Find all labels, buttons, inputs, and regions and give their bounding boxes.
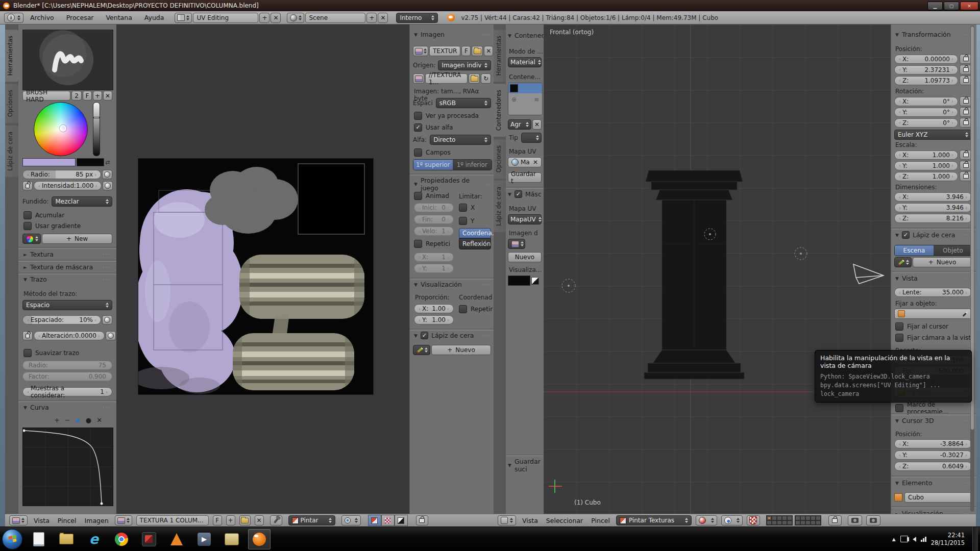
viewport-3d[interactable]: Frontal (ortog) (1) Cubo: [544, 24, 891, 514]
view-as-render-checkbox[interactable]: [414, 112, 422, 120]
field-upper-button[interactable]: 1º superior: [413, 160, 453, 170]
uv-image-editor[interactable]: [116, 24, 409, 514]
header-unlink-image-button[interactable]: ✕: [255, 515, 264, 525]
spacing-slider[interactable]: ‹Espaciado: 10%›: [22, 315, 101, 324]
scene-field[interactable]: Scene: [305, 13, 365, 23]
aspect-x-field[interactable]: ‹X: 1.00›: [414, 304, 454, 313]
smooth-stroke-checkbox[interactable]: [23, 349, 32, 357]
add-layout-button[interactable]: +: [259, 13, 270, 23]
taskbar-app-media-player[interactable]: ▶: [193, 529, 215, 549]
stencil-color-swatch[interactable]: [508, 276, 530, 286]
cursor-panel-header[interactable]: ▼ Cursor 3D····: [895, 417, 970, 424]
location-y-field[interactable]: ‹Y:2.37231›: [894, 65, 958, 74]
speaker-icon[interactable]: [913, 537, 916, 542]
brush-strength-slider[interactable]: ‹Intensidad: 1.000›: [34, 181, 102, 190]
transform-panel-header[interactable]: ▼ Transformación····: [895, 31, 970, 38]
swap-colors-icon[interactable]: ⇄: [105, 159, 110, 166]
image-datablock-icon-button[interactable]: [413, 46, 428, 56]
invert-stencil-icon[interactable]: [531, 277, 539, 285]
show-desktop-button[interactable]: [972, 527, 978, 551]
brush-users-button[interactable]: 2: [71, 91, 82, 101]
add-brush-button[interactable]: +: [93, 91, 102, 101]
screen-layout-field[interactable]: UV Editing: [193, 13, 258, 23]
layer-grid-2[interactable]: [795, 515, 821, 525]
jitter-pressure-toggle[interactable]: [106, 331, 116, 340]
start-button[interactable]: [2, 529, 22, 549]
interaction-mode-select[interactable]: Pintar Texturas: [616, 515, 692, 525]
blend-mode-select[interactable]: Mezclar: [52, 196, 112, 207]
menu-ventana[interactable]: Ventana: [100, 14, 137, 21]
smooth-radius-slider[interactable]: Radio: 75: [22, 361, 112, 370]
network-icon[interactable]: [921, 537, 926, 542]
display-panel-header[interactable]: ▼ Visualización····: [414, 281, 491, 288]
spacing-pressure-toggle[interactable]: [102, 315, 112, 324]
display-panel-header-3d[interactable]: ► Visualización····: [895, 510, 970, 514]
texture-panel-header[interactable]: ► Textura····: [23, 251, 111, 258]
anim-start-field[interactable]: ‹Inici: 0›: [414, 203, 454, 212]
uv-menu-vista[interactable]: Vista: [32, 517, 52, 524]
uv-map-field[interactable]: Ma ✕: [508, 157, 542, 167]
add-scene-button[interactable]: +: [366, 13, 377, 23]
taskbar-app-document[interactable]: [28, 529, 50, 549]
scale-y-field[interactable]: ‹Y:1.000›: [894, 161, 958, 170]
lock-to-scene-button[interactable]: [828, 515, 842, 525]
anim-end-field[interactable]: ‹Fin: 0›: [414, 215, 454, 224]
pivot-dropdown[interactable]: [341, 515, 361, 525]
stroke-method-select[interactable]: Espacio: [22, 300, 112, 310]
secondary-color-swatch[interactable]: [77, 158, 104, 166]
input-samples-field[interactable]: ‹Muestras a considerar: 1›: [22, 387, 112, 396]
maximize-button[interactable]: ▢: [944, 2, 959, 10]
menu-ayuda[interactable]: Ayuda: [139, 14, 170, 21]
eyedropper-icon[interactable]: [963, 311, 968, 317]
stroke-panel-header[interactable]: ▼ Trazo····: [23, 276, 111, 283]
pin-image-button[interactable]: [270, 515, 282, 525]
clamp-x-checkbox[interactable]: [459, 204, 467, 212]
filepath-field[interactable]: //TEXTURA 1...: [425, 73, 468, 84]
header-fake-user-button[interactable]: F: [213, 515, 222, 525]
jitter-slider[interactable]: ‹Alteración: 0.0000›: [34, 331, 105, 340]
object-name-field[interactable]: Cubo: [904, 492, 972, 503]
taskbar-app-internet-explorer[interactable]: e: [83, 529, 105, 549]
brush-preview[interactable]: [22, 30, 113, 90]
gradient-toggle[interactable]: [395, 515, 408, 526]
slots-panel-header[interactable]: ▼ Contened: [508, 32, 543, 39]
tip-select[interactable]: [521, 133, 542, 143]
image-panel-header[interactable]: ▼ Imagen····: [414, 31, 491, 38]
unlink-image-button[interactable]: ✕: [484, 46, 493, 56]
dimension-y-field[interactable]: ‹Y:3.946›: [894, 203, 972, 212]
browse-file-button[interactable]: [469, 73, 480, 84]
animated-checkbox[interactable]: [414, 192, 422, 200]
v3d-menu-vista[interactable]: Vista: [520, 517, 540, 524]
dimension-z-field[interactable]: ‹Z:8.216›: [894, 214, 972, 223]
color-wheel[interactable]: [34, 102, 88, 156]
delete-layout-button[interactable]: ✕: [271, 13, 281, 23]
taskbar-app-explorer[interactable]: [55, 529, 78, 549]
fake-user-button[interactable]: F: [83, 91, 92, 101]
use-alpha-checkbox[interactable]: ✓: [414, 123, 422, 132]
lock-object-field[interactable]: [894, 309, 972, 319]
gpencil-object-button[interactable]: Objeto: [934, 245, 972, 256]
unlink-brush-button[interactable]: ✕: [103, 91, 112, 101]
primary-color-swatch[interactable]: [22, 158, 76, 166]
strength-pressure-toggle[interactable]: [103, 181, 113, 190]
tab-lapiz-de-cera[interactable]: Lápiz de cera: [5, 126, 18, 177]
menu-procesar[interactable]: Procesar: [61, 14, 100, 21]
clamp-y-checkbox[interactable]: [459, 217, 467, 225]
image-fake-user-button[interactable]: F: [461, 46, 471, 56]
brush-radius-slider[interactable]: ‹Radio: 85 px›: [22, 170, 101, 179]
taskbar-clock[interactable]: 22:41 28/11/2015: [931, 532, 968, 547]
scene-icon-button[interactable]: [287, 13, 304, 23]
strength-lock-button[interactable]: [22, 181, 33, 190]
mask-new-button[interactable]: Nuevo: [508, 252, 542, 262]
header-add-image-button[interactable]: +: [226, 515, 235, 525]
cursor-y-field[interactable]: ‹Y:-0.3027›: [894, 450, 972, 460]
screen-layout-icon-button[interactable]: [175, 13, 192, 23]
repeat-checkbox[interactable]: [459, 305, 467, 313]
render-border-checkbox[interactable]: [895, 404, 903, 412]
image-name-field[interactable]: TEXTUR: [429, 46, 460, 56]
scrollbar-track[interactable]: [970, 26, 974, 512]
v3d-menu-pincel[interactable]: Pincel: [589, 517, 612, 524]
taskbar-app-chrome[interactable]: [110, 529, 133, 549]
game-properties-panel-header[interactable]: ▼ Propiedades de juego··: [414, 177, 491, 192]
location-z-field[interactable]: ‹Z:1.09773›: [894, 76, 958, 85]
